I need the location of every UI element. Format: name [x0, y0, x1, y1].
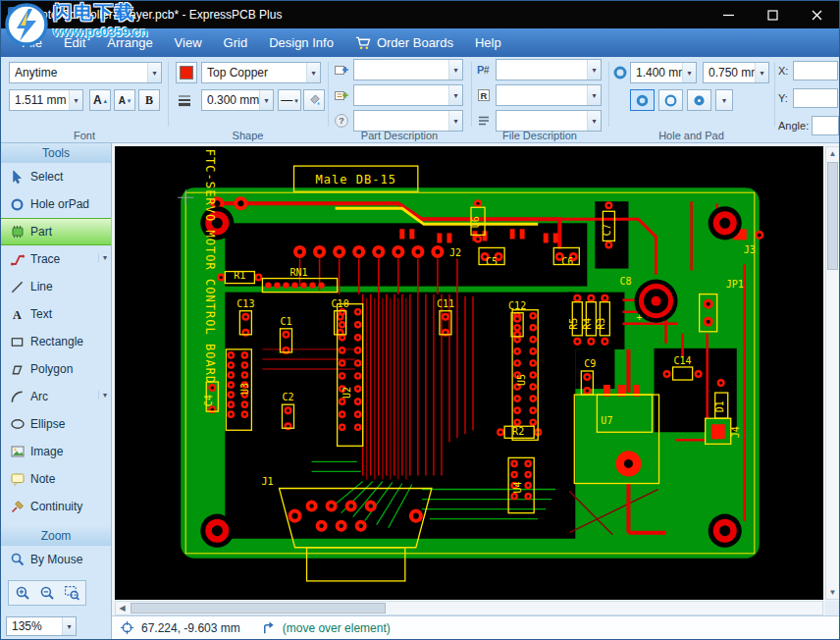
chevron-down-icon[interactable]: ▾ — [98, 253, 107, 262]
font-family-value: Anytime — [15, 66, 147, 80]
chevron-down-icon: ▾ — [722, 96, 726, 105]
chevron-down-icon: ▾ — [69, 90, 82, 110]
menu-file[interactable]: File — [11, 28, 53, 57]
chevron-down-icon: ▾ — [448, 85, 462, 105]
font-increase-button[interactable]: A▴ — [89, 89, 111, 111]
tool-continuity[interactable]: Continuity — [1, 493, 111, 520]
part-desc-combo-3[interactable]: ▾ — [353, 110, 463, 132]
zoom-level-select[interactable]: 135%▾ — [6, 616, 77, 636]
tool-line[interactable]: Line — [1, 273, 111, 300]
menu-order-boards[interactable]: Order Boards — [344, 28, 464, 57]
chevron-down-icon[interactable]: ▾ — [98, 391, 107, 400]
font-decrease-button[interactable]: A▾ — [114, 89, 135, 111]
scroll-up-arrow[interactable]: ▲ — [826, 147, 839, 160]
file-desc-combo-2[interactable]: ▾ — [496, 84, 602, 106]
bold-label: B — [145, 93, 153, 108]
decrease-arrow-icon: ▾ — [128, 97, 131, 104]
through-pad-icon — [635, 93, 650, 108]
zoom-by-mouse[interactable]: By Mouse — [1, 546, 111, 573]
pad-type-through-button[interactable] — [630, 89, 655, 111]
tool-arc[interactable]: Arc▾ — [1, 383, 111, 410]
window-title: MotorController-2Layer.pcb* - ExpressPCB… — [31, 8, 707, 22]
layer-color-button[interactable] — [176, 62, 197, 83]
font-group: Anytime▾ 1.511 mm▾ A▴ A▾ B Font — [3, 57, 166, 142]
zoom-window-button[interactable] — [61, 583, 82, 603]
horizontal-scrollbar[interactable]: ◀ — [115, 601, 823, 615]
vertical-scroll-thumb[interactable] — [827, 162, 838, 270]
status-hint: (move over element) — [283, 621, 391, 635]
tool-ellipse[interactable]: Ellipse — [1, 410, 111, 438]
minimize-button[interactable] — [707, 1, 751, 28]
tool-note[interactable]: Note — [1, 465, 111, 493]
menu-grid[interactable]: Grid — [213, 28, 259, 57]
arc-icon — [8, 389, 26, 404]
part-desc-combo-2[interactable]: ▾ — [353, 84, 463, 106]
list-lines-icon — [475, 112, 492, 129]
pad-type-ring-button[interactable] — [658, 89, 683, 111]
note-icon — [8, 471, 26, 487]
zoom-in-button[interactable] — [12, 583, 33, 603]
tool-polygon[interactable]: Polygon — [1, 355, 111, 383]
chevron-down-icon: ▾ — [259, 90, 273, 110]
font-family-select[interactable]: Anytime▾ — [9, 62, 162, 83]
tool-select[interactable]: Select — [1, 163, 111, 190]
layer-select[interactable]: Top Copper▾ — [201, 62, 321, 83]
component-label: C4 — [203, 395, 214, 406]
file-description-group-label: File Description — [472, 130, 607, 141]
tool-part[interactable]: Part — [1, 218, 111, 245]
bold-button[interactable]: B — [138, 89, 160, 111]
zoom-in-icon — [15, 585, 31, 602]
part-desc-combo-1[interactable]: ▾ — [353, 59, 463, 80]
font-size-select[interactable]: 1.511 mm▾ — [9, 89, 83, 111]
component-label: U7 — [601, 415, 612, 426]
menu-edit[interactable]: Edit — [53, 28, 96, 57]
component-label: C7 — [602, 224, 612, 236]
trace-icon — [8, 251, 26, 267]
y-input[interactable] — [793, 88, 838, 108]
component-label: U5 — [516, 374, 527, 386]
fill-button[interactable] — [303, 89, 325, 111]
line-style-button[interactable]: —▾ — [278, 89, 301, 111]
close-button[interactable] — [795, 1, 839, 28]
tool-hole-orpad[interactable]: Hole orPad — [1, 190, 111, 218]
pad-type-more-button[interactable]: ▾ — [715, 89, 733, 111]
component-label: JP1 — [726, 279, 744, 290]
menu-help[interactable]: Help — [464, 28, 512, 57]
menu-arrange[interactable]: Arrange — [96, 28, 163, 57]
component-label: R1 — [234, 270, 245, 281]
component-label: C9 — [584, 358, 596, 369]
horizontal-scroll-thumb[interactable] — [131, 603, 386, 613]
menu-view[interactable]: View — [164, 28, 213, 57]
svg-text:A: A — [13, 307, 22, 321]
file-desc-combo-1[interactable]: ▾ — [496, 59, 602, 80]
line-width-select[interactable]: 0.300 mm▾ — [201, 89, 274, 111]
svg-text:#: # — [484, 65, 490, 76]
scroll-down-arrow[interactable]: ▼ — [826, 586, 839, 599]
continuity-icon — [8, 499, 26, 514]
chevron-down-icon: ▾ — [448, 111, 462, 131]
component-label: C10 — [332, 298, 349, 309]
file-desc-combo-3[interactable]: ▾ — [496, 110, 602, 132]
chevron-down-icon: ▾ — [587, 85, 601, 105]
tool-rectangle[interactable]: Rectangle — [1, 328, 111, 355]
chevron-down-icon: ▾ — [62, 617, 76, 635]
menubar: File Edit Arrange View Grid Design Info … — [1, 28, 839, 57]
tool-text[interactable]: AText — [1, 300, 111, 328]
hole-diameter-select[interactable]: 0.750 mm▾ — [703, 62, 769, 83]
angle-input[interactable] — [812, 116, 839, 135]
pcb-canvas[interactable]: Male DB-15 FTC-SERVO MOTOR CONTROL BOARD… — [115, 146, 823, 600]
tool-trace[interactable]: Trace▾ — [1, 245, 111, 273]
hole-and-pad-group: 1.400 mm▾ 0.750 mm▾ ▾ Hole and Pad — [609, 57, 773, 142]
scroll-left-arrow[interactable]: ◀ — [116, 602, 129, 614]
menu-design-info[interactable]: Design Info — [258, 28, 344, 57]
x-input[interactable] — [793, 61, 838, 80]
maximize-button[interactable] — [751, 1, 795, 28]
zoom-out-button[interactable] — [36, 583, 58, 603]
pad-type-filled-button[interactable] — [687, 89, 711, 111]
silkscreen-board-text: FTC-SERVO MOTOR CONTROL BOARD — [203, 149, 217, 384]
pad-diameter-select[interactable]: 1.400 mm▾ — [630, 62, 697, 83]
component-label: C2 — [282, 392, 293, 402]
vertical-scrollbar[interactable]: ▲ ▼ — [825, 146, 840, 600]
svg-text:R: R — [480, 89, 487, 100]
tool-image[interactable]: Image — [1, 438, 111, 465]
